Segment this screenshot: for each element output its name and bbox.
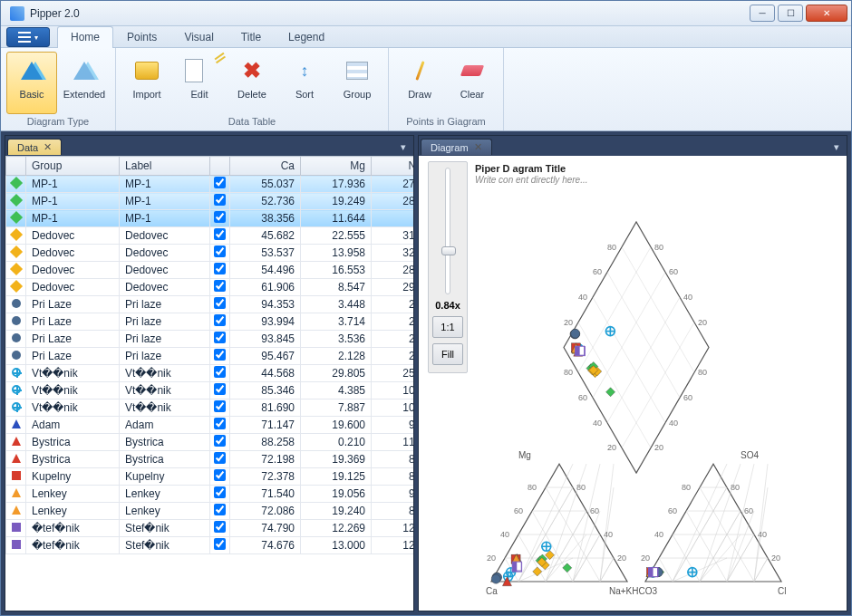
table-row[interactable]: DedovecDedovec45.68222.55531.7633.462 — [6, 227, 414, 245]
table-row[interactable]: BystricaBystrica88.2580.21011.5320.174 — [6, 434, 414, 451]
diagram-subtitle: Write con ent directly here... — [475, 175, 588, 185]
row-visible-checkbox[interactable] — [214, 486, 226, 498]
column-mg[interactable]: Mg — [301, 157, 372, 176]
table-row[interactable]: Pri LazePri laze95.4672.1282.4055.497 — [6, 348, 414, 365]
file-menu-button[interactable]: ▾ — [6, 27, 50, 47]
column-group[interactable]: Group — [26, 157, 120, 176]
row-visible-checkbox[interactable] — [214, 452, 226, 464]
close-tab-icon[interactable]: ✕ — [44, 141, 52, 153]
close-icon: ✕ — [823, 8, 830, 18]
close-tab-icon[interactable]: ✕ — [474, 141, 482, 153]
sort-button[interactable]: Sort — [279, 52, 330, 114]
table-row[interactable]: �tef�nikStef�nik74.67613.00012.3351.704 — [6, 537, 414, 554]
row-visible-checkbox[interactable] — [214, 521, 226, 533]
clear-button[interactable]: Clear — [447, 52, 498, 114]
row-visible-checkbox[interactable] — [214, 383, 226, 395]
table-row[interactable]: AdamAdam71.14719.6009.2530.130 — [6, 417, 414, 434]
row-visible-checkbox[interactable] — [214, 418, 226, 429]
table-row[interactable]: DedovecDedovec53.53713.95832.5055.407 — [6, 245, 414, 262]
diagram-tab[interactable]: Diagram ✕ — [421, 139, 492, 155]
row-visible-checkbox[interactable] — [214, 435, 226, 447]
table-row[interactable]: Vt��nikVt��nik81.6907.88710.4231.592 — [6, 399, 414, 417]
table-row[interactable]: Pri LazePri laze93.8453.5362.6195.262 — [6, 331, 414, 348]
svg-line-71 — [593, 272, 665, 398]
svg-text:60: 60 — [593, 267, 602, 276]
column-ca[interactable]: Ca — [230, 157, 301, 176]
column-icon[interactable] — [6, 157, 26, 176]
ribbon-tab-visual[interactable]: Visual — [170, 26, 227, 48]
column-label[interactable]: Label — [120, 157, 210, 176]
table-row[interactable]: DedovecDedovec54.49616.55328.9512.514 — [6, 262, 414, 279]
row-visible-checkbox[interactable] — [214, 366, 226, 378]
row-visible-checkbox[interactable] — [214, 400, 226, 412]
table-row[interactable]: MP-1MP-152.73619.24928.0164.888 — [6, 193, 414, 210]
column-nak[interactable]: Na+K — [371, 157, 413, 176]
cell-mg: 13.958 — [301, 245, 372, 262]
diagram-canvas[interactable]: Piper D agram Title Write con ent direct… — [419, 156, 847, 611]
panel-menu-icon[interactable]: ▾ — [395, 141, 411, 153]
table-row[interactable]: �tef�nikStef�nik74.79012.26912.9411.983 — [6, 520, 414, 537]
delete-button[interactable]: ✖Delete — [227, 52, 277, 114]
row-visible-checkbox[interactable] — [214, 177, 226, 188]
row-visible-checkbox[interactable] — [214, 280, 226, 292]
zoom-fill-button[interactable]: Fill — [432, 343, 463, 365]
ribbon-tab-home[interactable]: Home — [57, 26, 113, 48]
data-grid-scroll[interactable]: GroupLabelCaMgNa+KCl MP-1MP-155.03717.93… — [5, 156, 413, 611]
table-row[interactable]: MP-1MP-138.35611.64450.06.468 — [6, 210, 414, 227]
maximize-button[interactable]: ☐ — [778, 5, 803, 22]
row-visible-checkbox[interactable] — [214, 538, 226, 550]
cell-group: Pri Laze — [26, 313, 120, 331]
svg-text:40: 40 — [500, 530, 509, 539]
data-panel: Data ✕ ▾ GroupLabelCaMgNa+KCl MP-1MP-155… — [5, 135, 414, 611]
table-row[interactable]: DedovecDedovec61.9068.54729.5463.466 — [6, 279, 414, 296]
cell-label: Dedovec — [120, 279, 210, 296]
table-row[interactable]: LenkeyLenkey71.54019.0569.4040.238 — [6, 486, 414, 503]
cell-mg: 19.369 — [301, 451, 372, 468]
row-visible-checkbox[interactable] — [214, 245, 226, 257]
row-visible-checkbox[interactable] — [214, 228, 226, 240]
zoom-thumb[interactable] — [441, 246, 456, 255]
cell-ca: 74.790 — [230, 520, 301, 537]
diagram-title-block[interactable]: Piper D agram Title Write con ent direct… — [475, 163, 588, 185]
row-visible-checkbox[interactable] — [214, 332, 226, 343]
row-visible-checkbox[interactable] — [214, 469, 226, 481]
draw-button[interactable]: Draw — [394, 52, 445, 114]
row-visible-checkbox[interactable] — [214, 211, 226, 223]
table-row[interactable]: LenkeyLenkey72.08619.2408.6740.151 — [6, 503, 414, 520]
button-label: Draw — [408, 89, 431, 100]
table-row[interactable]: Vt��nikVt��nik85.3464.38510.2691.405 — [6, 382, 414, 399]
row-visible-checkbox[interactable] — [214, 263, 226, 274]
row-visible-checkbox[interactable] — [214, 314, 226, 326]
row-visible-checkbox[interactable] — [214, 504, 226, 515]
basic-button[interactable]: Basic — [6, 52, 57, 114]
cell-mg: 19.240 — [301, 503, 372, 520]
zoom-slider[interactable] — [445, 168, 450, 294]
panel-menu-icon[interactable]: ▾ — [828, 141, 845, 153]
group-button[interactable]: Group — [332, 52, 382, 114]
table-row[interactable]: MP-1MP-155.03717.93627.0272.372 — [6, 176, 414, 193]
table-row[interactable]: KupelnyKupelny72.37819.1258.4960.261 — [6, 468, 414, 486]
cell-ca: 72.378 — [230, 468, 301, 486]
table-row[interactable]: Pri LazePri laze94.3533.4482.1994.993 — [6, 296, 414, 313]
edit-button[interactable]: Edit — [174, 52, 225, 114]
table-row[interactable]: Pri LazePri laze93.9943.7142.2934.820 — [6, 313, 414, 331]
ribbon-tab-title[interactable]: Title — [228, 26, 275, 48]
data-tab[interactable]: Data ✕ — [7, 139, 62, 155]
row-visible-checkbox[interactable] — [214, 194, 226, 206]
zoom-1to1-button[interactable]: 1:1 — [432, 316, 463, 338]
import-button[interactable]: Import — [121, 52, 172, 114]
table-row[interactable]: Vt��nikVt��nik44.56829.80525.62730.560 — [6, 365, 414, 382]
point-triangle-icon — [12, 488, 21, 497]
cell-mg: 4.385 — [301, 382, 372, 399]
row-visible-checkbox[interactable] — [214, 297, 226, 309]
column-chk[interactable] — [210, 157, 230, 176]
table-row[interactable]: BystricaBystrica72.19819.3698.4330.244 — [6, 451, 414, 468]
cell-label: Bystrica — [120, 451, 210, 468]
close-button[interactable]: ✕ — [806, 5, 847, 22]
ribbon-tab-legend[interactable]: Legend — [275, 26, 338, 48]
button-label: Delete — [237, 89, 266, 100]
extended-button[interactable]: Extended — [59, 52, 110, 114]
row-visible-checkbox[interactable] — [214, 349, 226, 361]
minimize-button[interactable]: ─ — [750, 5, 775, 22]
ribbon-tab-points[interactable]: Points — [113, 26, 170, 48]
